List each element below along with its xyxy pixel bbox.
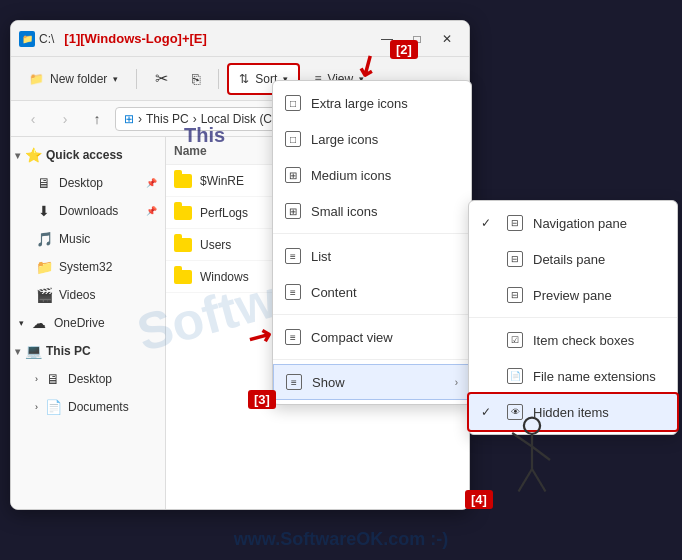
- annotation-1: [1][Windows-Logo]+[E]: [64, 31, 207, 46]
- documents-icon: 📄: [44, 399, 62, 415]
- sort-icon: ⇅: [239, 72, 249, 86]
- sidebar-item-desktop2[interactable]: › 🖥 Desktop: [11, 365, 165, 393]
- show-icon: ≡: [286, 374, 302, 390]
- medium-icon: ⊞: [285, 167, 301, 183]
- folder-icon-0: [174, 174, 192, 188]
- this-pc-sidebar-label: This PC: [46, 344, 91, 358]
- submenu-item-hidden[interactable]: ✓ 👁 Hidden items: [469, 394, 677, 430]
- list-label: List: [311, 249, 331, 264]
- folder-icon-3: [174, 270, 192, 284]
- annotation-4-box: [4]: [465, 490, 493, 509]
- close-button[interactable]: ✕: [433, 27, 461, 51]
- sidebar-item-system32[interactable]: 📁 System32: [11, 253, 165, 281]
- svg-line-2: [512, 433, 532, 447]
- star-icon: ⭐: [24, 147, 42, 163]
- sidebar-quick-access[interactable]: ▾ ⭐ Quick access: [11, 141, 165, 169]
- menu-item-show[interactable]: ≡ Show ›: [273, 364, 471, 400]
- sidebar-item-documents[interactable]: › 📄 Documents: [11, 393, 165, 421]
- content-icon: ≡: [285, 284, 301, 300]
- folder-icon-2: [174, 238, 192, 252]
- menu-item-list[interactable]: ≡ List: [273, 238, 471, 274]
- folder-icon-1: [174, 206, 192, 220]
- new-folder-label: New folder: [50, 72, 107, 86]
- nav-pane-icon: ⊟: [507, 215, 523, 231]
- window-title: C:\ [1][Windows-Logo]+[E]: [39, 31, 207, 46]
- show-chevron: ›: [455, 377, 458, 388]
- back-button[interactable]: ‹: [19, 105, 47, 133]
- videos-label: Videos: [59, 288, 95, 302]
- onedrive-icon: ☁: [30, 315, 48, 331]
- menu-item-compact[interactable]: ≡ Compact view: [273, 319, 471, 355]
- extra-large-label: Extra large icons: [311, 96, 408, 111]
- small-label: Small icons: [311, 204, 377, 219]
- menu-item-extra-large[interactable]: □ Extra large icons: [273, 85, 471, 121]
- menu-item-large[interactable]: □ Large icons: [273, 121, 471, 157]
- preview-icon: ⊟: [507, 287, 523, 303]
- list-icon: ≡: [285, 248, 301, 264]
- window-icon: 📁: [19, 31, 35, 47]
- content-label: Content: [311, 285, 357, 300]
- toolbar-separator-1: [136, 69, 137, 89]
- menu-item-small[interactable]: ⊞ Small icons: [273, 193, 471, 229]
- sidebar-item-music[interactable]: 🎵 Music: [11, 225, 165, 253]
- menu-item-content[interactable]: ≡ Content: [273, 274, 471, 310]
- svg-line-3: [532, 447, 550, 461]
- extensions-icon: 📄: [507, 368, 523, 384]
- submenu-item-details[interactable]: ⊟ Details pane: [469, 241, 677, 277]
- menu-divider-3: [273, 359, 471, 360]
- sidebar-item-desktop[interactable]: 🖥 Desktop 📌: [11, 169, 165, 197]
- submenu-item-extensions[interactable]: 📄 File name extensions: [469, 358, 677, 394]
- submenu-item-checkboxes[interactable]: ☑ Item check boxes: [469, 322, 677, 358]
- submenu-item-nav-pane[interactable]: ✓ ⊟ Navigation pane: [469, 205, 677, 241]
- details-icon: ⊟: [507, 251, 523, 267]
- watermark-url: www.SoftwareOK.com :-): [234, 529, 448, 549]
- watermark-bottom: www.SoftwareOK.com :-): [0, 529, 682, 550]
- new-folder-chevron: ▾: [113, 74, 118, 84]
- this-pc-label: This PC: [146, 112, 189, 126]
- details-label: Details pane: [533, 252, 605, 267]
- sidebar-item-onedrive[interactable]: ▾ ☁ OneDrive: [11, 309, 165, 337]
- large-icon: □: [285, 131, 301, 147]
- desktop2-label: Desktop: [68, 372, 112, 386]
- desktop2-chevron: ›: [35, 374, 38, 384]
- pc-icon: 💻: [24, 343, 42, 359]
- title-bar-left: 📁 C:\ [1][Windows-Logo]+[E]: [19, 31, 373, 47]
- menu-item-medium[interactable]: ⊞ Medium icons: [273, 157, 471, 193]
- documents-chevron: ›: [35, 402, 38, 412]
- medium-label: Medium icons: [311, 168, 391, 183]
- folder-icon: 📁: [35, 259, 53, 275]
- sidebar-item-videos[interactable]: 🎬 Videos: [11, 281, 165, 309]
- video-icon: 🎬: [35, 287, 53, 303]
- up-button[interactable]: ↑: [83, 105, 111, 133]
- documents-label: Documents: [68, 400, 129, 414]
- checkboxes-icon: ☑: [507, 332, 523, 348]
- cut-button[interactable]: ✂: [145, 63, 178, 95]
- toolbar-separator-2: [218, 69, 219, 89]
- quick-access-label: Quick access: [46, 148, 123, 162]
- music-icon: 🎵: [35, 231, 53, 247]
- view-icon2: ⊞: [124, 112, 134, 126]
- preview-label: Preview pane: [533, 288, 612, 303]
- extensions-label: File name extensions: [533, 369, 656, 384]
- music-label: Music: [59, 232, 90, 246]
- sidebar-this-pc[interactable]: ▾ 💻 This PC: [11, 337, 165, 365]
- downloads-label: Downloads: [59, 204, 118, 218]
- onedrive-label: OneDrive: [54, 316, 105, 330]
- status-bar: 7 items: [11, 509, 469, 510]
- annotation-3-box: [3]: [248, 390, 276, 409]
- extra-large-icon: □: [285, 95, 301, 111]
- forward-button[interactable]: ›: [51, 105, 79, 133]
- show-submenu: ✓ ⊟ Navigation pane ⊟ Details pane ⊟ Pre…: [468, 200, 678, 435]
- svg-point-0: [524, 418, 540, 434]
- sidebar-item-downloads[interactable]: ⬇ Downloads 📌: [11, 197, 165, 225]
- menu-divider-1: [273, 233, 471, 234]
- copy-button[interactable]: ⎘: [182, 63, 210, 95]
- drive-label: C:\: [39, 32, 54, 46]
- breadcrumb-separator: ›: [138, 112, 142, 126]
- new-folder-button[interactable]: 📁 New folder ▾: [19, 63, 128, 95]
- submenu-item-preview[interactable]: ⊟ Preview pane: [469, 277, 677, 313]
- nav-pane-check: ✓: [481, 216, 497, 230]
- small-icon: ⊞: [285, 203, 301, 219]
- stickman-figure: [502, 415, 562, 505]
- compact-label: Compact view: [311, 330, 393, 345]
